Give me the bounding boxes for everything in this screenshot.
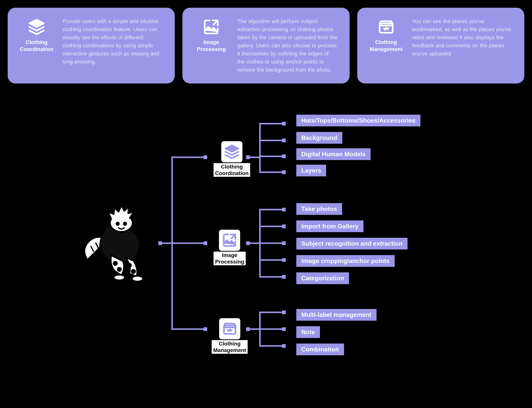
svg-rect-8 bbox=[204, 241, 207, 245]
svg-point-46 bbox=[124, 222, 126, 225]
svg-point-45 bbox=[116, 222, 119, 225]
svg-rect-23 bbox=[246, 241, 250, 245]
svg-rect-28 bbox=[282, 224, 286, 228]
leaf: Import from Gallery bbox=[296, 221, 363, 232]
leaf: Layers bbox=[296, 165, 326, 176]
card-clothing-management: Clothing Management You can see the plac… bbox=[357, 8, 524, 84]
card-desc: Provide users with a simple and intuitiv… bbox=[62, 17, 163, 66]
svg-point-49 bbox=[128, 264, 131, 267]
svg-marker-0 bbox=[29, 20, 44, 27]
svg-rect-32 bbox=[282, 258, 286, 262]
card-title: Clothing Coordination bbox=[20, 39, 53, 53]
svg-rect-30 bbox=[282, 241, 286, 245]
node-label: Image Processing bbox=[214, 252, 246, 265]
card-title: Clothing Management bbox=[370, 39, 403, 53]
image-processing-icon bbox=[202, 17, 221, 36]
layers-icon bbox=[221, 141, 242, 162]
svg-rect-19 bbox=[282, 154, 286, 158]
node-clothing-management: Clothing Management bbox=[212, 318, 248, 354]
card-image-processing: Image Processing The algorithm will perf… bbox=[182, 8, 349, 84]
character-illustration bbox=[79, 203, 160, 284]
card-clothing-coordination: Clothing Coordination Provide users with… bbox=[8, 8, 175, 84]
feature-cards-row: Clothing Coordination Provide users with… bbox=[8, 8, 524, 84]
svg-rect-15 bbox=[282, 122, 286, 125]
svg-rect-34 bbox=[282, 275, 286, 279]
box-icon bbox=[219, 318, 240, 339]
layers-icon bbox=[27, 17, 46, 36]
svg-point-51 bbox=[114, 275, 125, 280]
node-image-processing: Image Processing bbox=[214, 230, 246, 265]
svg-rect-43 bbox=[282, 344, 286, 348]
card-desc: You can see the places you've bookmarked… bbox=[412, 17, 512, 58]
node-clothing-coordination: Clothing Coordination bbox=[214, 141, 250, 177]
leaf: Background bbox=[296, 132, 342, 144]
svg-point-50 bbox=[132, 270, 135, 273]
leaf: Take photos bbox=[296, 203, 342, 215]
card-desc: The algorithm will perform subject extra… bbox=[237, 17, 337, 74]
leaf: Multi-label management bbox=[296, 309, 377, 321]
node-label: Clothing Coordination bbox=[214, 163, 250, 177]
image-processing-icon bbox=[219, 230, 240, 251]
card-title: Image Processing bbox=[197, 39, 226, 53]
feature-diagram: Clothing Coordination Image Processing C… bbox=[8, 110, 524, 380]
svg-point-47 bbox=[114, 262, 117, 265]
svg-rect-39 bbox=[282, 310, 286, 314]
svg-rect-26 bbox=[282, 208, 286, 211]
svg-rect-10 bbox=[204, 327, 207, 331]
box-icon bbox=[377, 17, 396, 36]
leaf: Digital Human Models bbox=[296, 148, 370, 160]
svg-point-52 bbox=[132, 276, 143, 281]
svg-point-48 bbox=[118, 268, 121, 271]
svg-rect-17 bbox=[282, 138, 286, 142]
svg-marker-53 bbox=[225, 145, 238, 152]
leaf: Categorization bbox=[296, 272, 349, 284]
leaf: Combination bbox=[296, 344, 344, 355]
svg-rect-41 bbox=[282, 327, 286, 331]
leaf: Note bbox=[296, 326, 320, 338]
leaf: Image cropping/anchor points bbox=[296, 255, 395, 267]
leaf: Hats/Tops/Bottoms/Shoes/Accessories bbox=[296, 115, 420, 126]
leaf: Subject recognition and extraction bbox=[296, 238, 408, 249]
node-label: Clothing Management bbox=[212, 340, 248, 354]
svg-rect-21 bbox=[282, 170, 286, 174]
svg-rect-6 bbox=[204, 155, 207, 159]
